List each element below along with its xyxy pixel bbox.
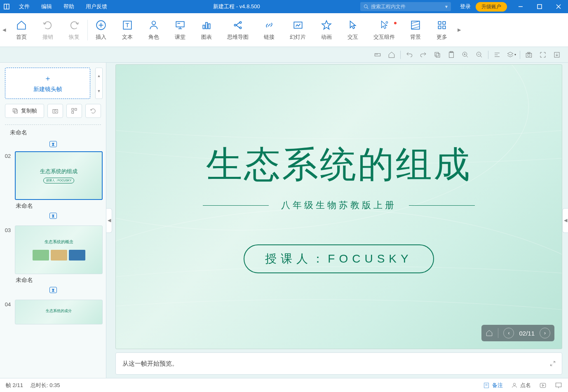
play-button[interactable] (539, 382, 547, 389)
subtool-zoom-out[interactable] (474, 49, 485, 60)
thumbnail-list[interactable]: 02 生态系统的组成 授课人：FOCUSKY 未命名 ⧗ 03 生态系统的概念 (0, 151, 106, 378)
svg-point-60 (54, 110, 56, 112)
menu-feedback[interactable]: 用户反馈 (80, 0, 113, 13)
collapse-left-button[interactable]: ◀ (106, 208, 112, 233)
redo-icon (68, 19, 80, 31)
maximize-button[interactable] (530, 0, 549, 13)
slide-subtitle: 八年级生物苏教版上册 (281, 199, 397, 211)
widget-icon (378, 19, 390, 31)
rollcall-button[interactable]: 点名 (511, 382, 531, 389)
subtool-home[interactable] (386, 49, 397, 60)
search-box[interactable]: 搜索工程内文件 ▾ (360, 2, 451, 11)
tool-insert[interactable]: 插入 (88, 19, 114, 41)
tool-undo[interactable]: 撤销 (35, 19, 61, 41)
tool-interactive[interactable]: 交互 (340, 19, 366, 41)
copy-frame-button[interactable]: 复制帧 (5, 104, 44, 118)
svg-point-13 (152, 21, 156, 25)
thumb-preview[interactable]: 生态系统的成分 (15, 300, 103, 324)
tool-link[interactable]: 链接 (256, 19, 282, 41)
pattern-icon (410, 19, 421, 31)
present-button[interactable] (555, 382, 562, 389)
svg-rect-20 (208, 23, 210, 28)
collapse-right-button[interactable]: ◀ (562, 208, 568, 233)
subtool-align[interactable] (492, 49, 502, 60)
tool-home[interactable]: 首页 (8, 19, 35, 41)
undo-icon (42, 19, 54, 31)
thumb-preview[interactable]: 生态系统的组成 授课人：FOCUSKY (15, 151, 103, 200)
hourglass-marker[interactable]: ⧗ (0, 138, 106, 151)
subtool-layer[interactable]: ▾ (506, 49, 516, 60)
app-logo (0, 3, 13, 10)
tool-role[interactable]: 角色 (141, 19, 167, 41)
close-button[interactable] (549, 0, 568, 13)
tool-classroom[interactable]: 课堂 (167, 19, 193, 41)
subtool-paste[interactable] (446, 49, 457, 60)
minimize-button[interactable] (511, 0, 530, 13)
hourglass-marker[interactable]: ⧗ (3, 210, 103, 223)
expand-icon[interactable] (549, 360, 556, 367)
tool-more[interactable]: 更多 (429, 19, 455, 41)
new-frame-button[interactable]: ＋ 新建镜头帧 (5, 68, 90, 99)
svg-line-30 (411, 23, 420, 26)
menu-file[interactable]: 文件 (13, 0, 35, 13)
svg-rect-34 (438, 26, 441, 28)
upgrade-button[interactable]: 升级账户 (476, 2, 507, 12)
svg-rect-32 (438, 21, 441, 24)
tool-redo[interactable]: 恢复 (61, 19, 87, 41)
tool-text[interactable]: T文本 (114, 19, 141, 41)
subtool-redo2[interactable] (418, 49, 429, 60)
dropdown-icon[interactable]: ▾ (445, 4, 448, 9)
tool-chart[interactable]: 图表 (193, 19, 220, 41)
subtool-zoom-in[interactable] (460, 49, 471, 60)
svg-point-22 (239, 21, 241, 23)
refresh-frame-button[interactable] (85, 104, 101, 118)
slide-panel: ＋ 新建镜头帧 ▲▼ 复制帧 未命名 ⧗ 02 生态系统的组成 授课人：FOCU… (0, 63, 106, 378)
thumbnail-04[interactable]: 04 生态系统的成分 (3, 300, 103, 324)
subtool-undo2[interactable] (404, 49, 415, 60)
thumb-number: 04 (3, 300, 12, 307)
svg-rect-55 (528, 52, 530, 53)
slide-nav-overlay: ‹ 02/11 › (481, 325, 554, 341)
slide-canvas[interactable]: 生态系统的组成 八年级生物苏教版上册 授课人：FOCUSKY ‹ 02/11 › (115, 64, 562, 349)
svg-line-25 (236, 25, 240, 28)
toolbar-scroll-right[interactable]: ▶ (455, 27, 463, 33)
thumbnail-03[interactable]: 03 生态系统的概念 未命名 ⧗ (3, 225, 103, 297)
hourglass-marker[interactable]: ⧗ (3, 284, 103, 297)
slide-icon (292, 19, 304, 31)
notes-button[interactable]: 备注 (483, 382, 503, 389)
tool-mindmap[interactable]: 思维导图 (220, 19, 256, 41)
nav-prev-button[interactable]: ‹ (503, 328, 514, 338)
subtool-ruler[interactable] (372, 49, 383, 60)
qr-frame-button[interactable] (66, 104, 82, 118)
search-icon (364, 4, 368, 9)
subtool-camera[interactable] (523, 49, 534, 60)
menu-edit[interactable]: 编辑 (35, 0, 58, 13)
tool-slide[interactable]: 幻灯片 (282, 19, 313, 41)
tool-animation[interactable]: 动画 (313, 19, 340, 41)
nav-home-icon[interactable] (486, 329, 493, 337)
tool-interactive-widget[interactable]: 交互组件 (366, 19, 402, 41)
svg-rect-39 (435, 52, 439, 56)
subtool-copy[interactable] (432, 49, 443, 60)
subtool-fullscreen[interactable] (537, 49, 548, 60)
svg-point-54 (528, 54, 530, 56)
search-placeholder: 搜索工程内文件 (371, 3, 406, 10)
tool-background[interactable]: 背景 (402, 19, 429, 41)
thumbnail-02[interactable]: 02 生态系统的组成 授课人：FOCUSKY 未命名 ⧗ (3, 151, 103, 223)
svg-point-65 (513, 383, 515, 385)
thumb-preview[interactable]: 生态系统的概念 (15, 225, 103, 274)
menu-help[interactable]: 帮助 (58, 0, 80, 13)
svg-line-46 (466, 56, 468, 57)
sidebar-actions: 复制帧 (0, 104, 106, 122)
preview-text: 从这一帧开始预览。 (122, 360, 178, 368)
login-link[interactable]: 登录 (455, 3, 476, 10)
scrollbar-stub[interactable]: ▲▼ (95, 68, 103, 99)
notification-dot (394, 22, 397, 24)
preview-bar[interactable]: 从这一帧开始预览。 (115, 352, 562, 375)
subtool-export[interactable] (552, 49, 562, 60)
svg-rect-18 (203, 25, 204, 29)
slide-title: 生态系统的组成 (206, 140, 472, 189)
nav-next-button[interactable]: › (540, 328, 550, 338)
camera-frame-button[interactable] (47, 104, 63, 118)
toolbar-scroll-left[interactable]: ◀ (0, 27, 8, 33)
